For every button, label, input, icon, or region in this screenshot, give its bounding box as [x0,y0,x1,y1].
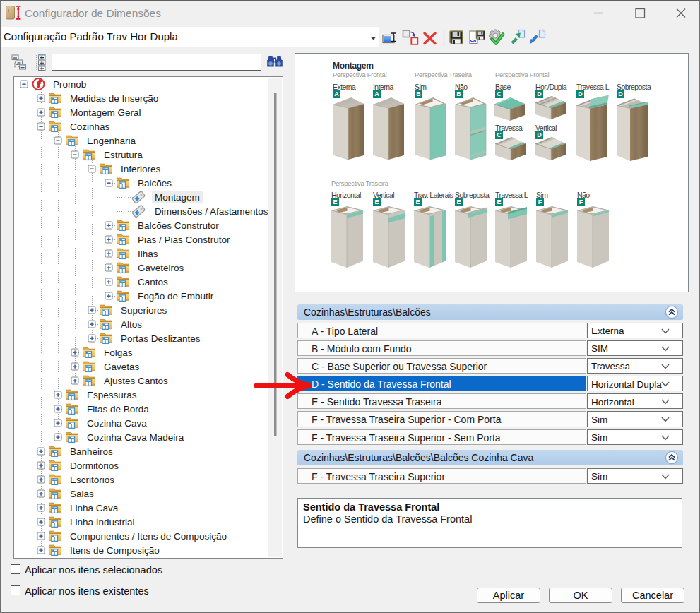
svg-text:Cozinhas: Cozinhas [70,121,110,132]
svg-text:Balcões Construtor: Balcões Construtor [138,220,219,231]
svg-text:Fitas de Borda: Fitas de Borda [87,404,149,415]
svg-text:Folgas: Folgas [104,347,133,358]
svg-text:Ilhas: Ilhas [138,249,158,259]
svg-text:Montagem: Montagem [155,192,200,203]
svg-text:Escritórios: Escritórios [70,475,114,485]
svg-text:Cantos: Cantos [138,277,168,287]
svg-text:Portas Deslizantes: Portas Deslizantes [121,333,201,344]
svg-text:Linha Industrial: Linha Industrial [70,517,135,528]
svg-text:Salas: Salas [70,489,94,499]
svg-text:Banheiros: Banheiros [70,446,113,457]
svg-text:Promob: Promob [53,79,86,90]
svg-text:Montagem Geral: Montagem Geral [70,107,141,118]
svg-text:Dormitórios: Dormitórios [70,460,119,471]
svg-text:Gaveteiros: Gaveteiros [138,263,184,273]
svg-text:Cozinha Cava Madeira: Cozinha Cava Madeira [87,432,184,443]
svg-text:Componentes / Itens de Composi: Componentes / Itens de Composição [70,531,227,542]
svg-text:Medidas de Inserção: Medidas de Inserção [70,93,158,104]
svg-text:Itens de Composição: Itens de Composição [70,545,160,556]
svg-text:Espessuras: Espessuras [87,390,137,400]
svg-text:Altos: Altos [121,319,142,330]
svg-text:Ajustes Cantos: Ajustes Cantos [104,376,168,386]
svg-text:Engenharia: Engenharia [87,136,136,146]
svg-text:Estrutura: Estrutura [104,150,143,160]
svg-text:Gavetas: Gavetas [104,362,140,372]
svg-text:Dimensões / Afastamentos: Dimensões / Afastamentos [155,206,268,217]
svg-text:Inferiores: Inferiores [121,164,161,174]
svg-text:Balcões: Balcões [138,178,172,189]
svg-text:Fogão de Embutir: Fogão de Embutir [138,291,214,302]
svg-text:Pias / Pias Construtor: Pias / Pias Construtor [138,234,230,245]
svg-text:Superiores: Superiores [121,305,167,316]
svg-text:Cozinha Cava: Cozinha Cava [87,418,147,429]
svg-text:Linha Cava: Linha Cava [70,503,119,513]
